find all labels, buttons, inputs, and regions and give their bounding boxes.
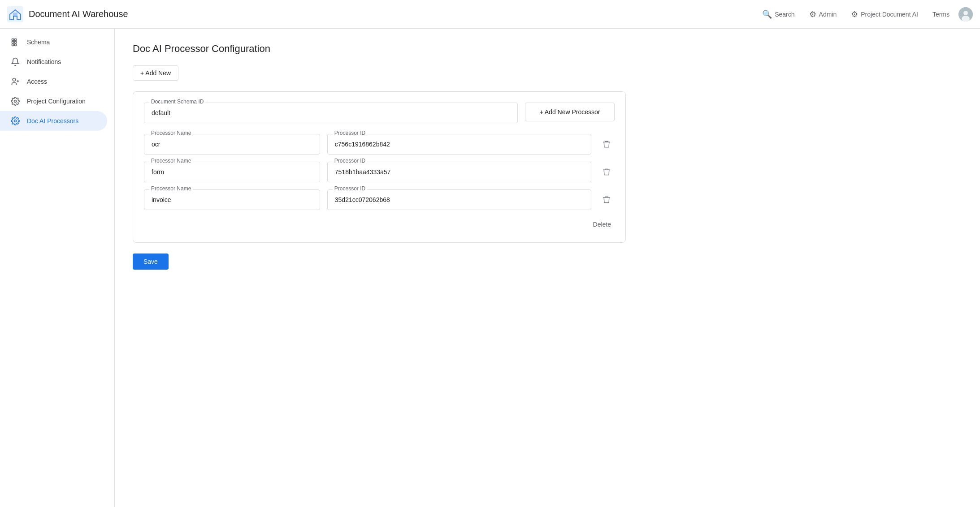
sidebar-item-access[interactable]: Access bbox=[0, 72, 107, 91]
delete-processor-button-2[interactable] bbox=[598, 192, 615, 208]
main-content: Doc AI Processor Configuration + Add New… bbox=[115, 29, 980, 507]
sidebar-doc-ai-label: Doc AI Processors bbox=[27, 117, 78, 125]
processor-name-field-1: Processor Name bbox=[144, 162, 320, 182]
user-avatar[interactable] bbox=[958, 7, 973, 21]
sidebar-item-notifications[interactable]: Notifications bbox=[0, 52, 107, 72]
schema-icon bbox=[11, 38, 20, 47]
config-card: Document Schema ID + Add New Processor P… bbox=[133, 91, 626, 243]
sidebar-item-project-configuration[interactable]: Project Configuration bbox=[0, 91, 107, 111]
processor-id-input-0[interactable] bbox=[327, 134, 591, 155]
processor-name-input-0[interactable] bbox=[144, 134, 320, 155]
trash-icon-1 bbox=[602, 168, 611, 176]
svg-rect-1 bbox=[13, 13, 17, 16]
table-row: Processor Name Processor ID bbox=[144, 162, 615, 182]
delete-processor-button-1[interactable] bbox=[598, 164, 615, 180]
sidebar-schema-label: Schema bbox=[27, 39, 50, 46]
delete-config-button[interactable]: Delete bbox=[590, 217, 615, 232]
sidebar-access-label: Access bbox=[27, 78, 47, 85]
svg-rect-6 bbox=[14, 39, 16, 41]
top-nav: Document AI Warehouse 🔍 Search ⚙ Admin ⚙… bbox=[0, 0, 980, 29]
processor-id-field-2: Processor ID bbox=[327, 189, 591, 210]
terms-button[interactable]: Terms bbox=[927, 7, 955, 21]
bell-icon bbox=[11, 57, 20, 66]
search-icon: 🔍 bbox=[762, 9, 772, 19]
sidebar-project-config-label: Project Configuration bbox=[27, 98, 86, 105]
processor-id-label-2: Processor ID bbox=[333, 185, 367, 192]
top-nav-actions: 🔍 Search ⚙ Admin ⚙ Project Document AI T… bbox=[757, 6, 973, 23]
processor-name-field-0: Processor Name bbox=[144, 134, 320, 155]
svg-point-15 bbox=[14, 120, 17, 122]
sidebar-item-schema[interactable]: Schema bbox=[0, 32, 107, 52]
trash-icon-2 bbox=[602, 195, 611, 204]
svg-rect-7 bbox=[12, 41, 14, 43]
document-schema-id-input[interactable] bbox=[144, 103, 518, 123]
processor-id-input-2[interactable] bbox=[327, 189, 591, 210]
sidebar-item-doc-ai-processors[interactable]: Doc AI Processors bbox=[0, 111, 107, 131]
processor-id-label-0: Processor ID bbox=[333, 130, 367, 136]
project-icon: ⚙ bbox=[851, 9, 858, 19]
delete-processor-button-0[interactable] bbox=[598, 136, 615, 152]
admin-icon: ⚙ bbox=[809, 9, 816, 19]
project-config-icon bbox=[11, 97, 20, 106]
search-button[interactable]: 🔍 Search bbox=[757, 6, 800, 23]
processor-name-field-2: Processor Name bbox=[144, 189, 320, 210]
document-schema-field: Document Schema ID bbox=[144, 103, 518, 123]
app-logo-icon bbox=[7, 6, 23, 22]
project-button[interactable]: ⚙ Project Document AI bbox=[846, 6, 924, 23]
svg-rect-8 bbox=[14, 41, 16, 43]
document-schema-id-label: Document Schema ID bbox=[149, 99, 205, 105]
add-new-processor-button[interactable]: + Add New Processor bbox=[525, 103, 615, 121]
processor-name-input-2[interactable] bbox=[144, 189, 320, 210]
admin-button[interactable]: ⚙ Admin bbox=[804, 6, 842, 23]
trash-icon-0 bbox=[602, 140, 611, 149]
add-new-button[interactable]: + Add New bbox=[133, 65, 178, 81]
processor-name-label-2: Processor Name bbox=[149, 185, 193, 192]
processor-id-input-1[interactable] bbox=[327, 162, 591, 182]
sidebar-notifications-label: Notifications bbox=[27, 58, 61, 65]
processor-name-label-0: Processor Name bbox=[149, 130, 193, 136]
processor-name-input-1[interactable] bbox=[144, 162, 320, 182]
add-new-processor-label: + Add New Processor bbox=[539, 108, 600, 116]
processors-container: Processor Name Processor ID Processor Na… bbox=[144, 134, 615, 210]
add-new-label: + Add New bbox=[140, 69, 171, 77]
table-row: Processor Name Processor ID bbox=[144, 189, 615, 210]
svg-point-3 bbox=[963, 11, 968, 15]
table-row: Processor Name Processor ID bbox=[144, 134, 615, 155]
svg-point-14 bbox=[14, 100, 17, 103]
processor-name-label-1: Processor Name bbox=[149, 158, 193, 164]
processor-id-field-1: Processor ID bbox=[327, 162, 591, 182]
save-button[interactable]: Save bbox=[133, 254, 169, 270]
app-logo-area: Document AI Warehouse bbox=[7, 6, 128, 22]
svg-rect-10 bbox=[14, 44, 16, 46]
document-schema-group: Document Schema ID bbox=[144, 103, 518, 123]
sidebar: Schema Notifications Access bbox=[0, 29, 115, 507]
processor-id-label-1: Processor ID bbox=[333, 158, 367, 164]
app-title: Document AI Warehouse bbox=[29, 9, 128, 19]
access-icon bbox=[11, 77, 20, 86]
schema-row: Document Schema ID + Add New Processor bbox=[144, 103, 615, 123]
svg-rect-5 bbox=[12, 39, 14, 41]
processor-id-field-0: Processor ID bbox=[327, 134, 591, 155]
page-title: Doc AI Processor Configuration bbox=[133, 43, 962, 55]
svg-rect-9 bbox=[12, 44, 14, 46]
doc-ai-icon bbox=[11, 116, 20, 125]
svg-point-11 bbox=[13, 78, 16, 82]
card-footer: Delete bbox=[144, 217, 615, 232]
avatar-image bbox=[958, 7, 973, 21]
